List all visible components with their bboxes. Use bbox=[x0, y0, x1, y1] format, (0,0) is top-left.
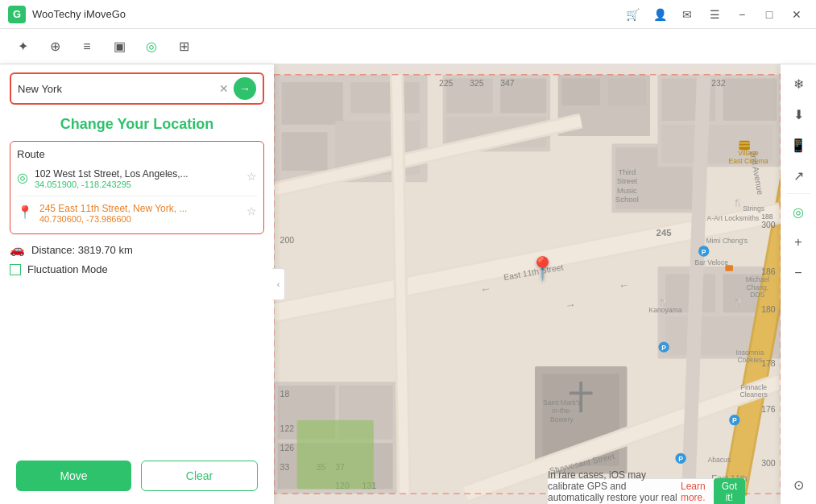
destination-icon: 📍 bbox=[17, 204, 33, 220]
map-area[interactable]: 200 18 122 126 33 35 37 225 325 347 232 … bbox=[274, 64, 781, 504]
zoom-out-btn[interactable]: − bbox=[784, 258, 813, 287]
svg-text:Bar Veloce: Bar Veloce bbox=[695, 258, 729, 266]
collapse-panel-button[interactable]: ‹ bbox=[272, 268, 285, 300]
svg-text:178: 178 bbox=[761, 359, 776, 368]
locate-btn[interactable]: ◎ bbox=[784, 197, 813, 226]
destination-address[interactable]: 245 East 11th Street, New York, ... bbox=[39, 203, 240, 214]
left-panel: ✕ → Change Your Location Route ◎ 102 Wes… bbox=[0, 64, 274, 504]
svg-text:A-Art Locksmiths: A-Art Locksmiths bbox=[707, 214, 760, 222]
svg-text:232: 232 bbox=[711, 79, 726, 88]
svg-rect-4 bbox=[282, 132, 328, 171]
toolbar-jump-btn[interactable]: ⊕ bbox=[40, 32, 69, 61]
svg-text:Third: Third bbox=[619, 167, 636, 176]
fluctuation-row: Fluctuation Mode bbox=[0, 260, 274, 283]
svg-text:122: 122 bbox=[280, 424, 295, 433]
svg-text:🍴: 🍴 bbox=[733, 198, 743, 208]
user-icon[interactable]: 👤 bbox=[648, 3, 671, 26]
close-button[interactable]: ✕ bbox=[785, 3, 808, 26]
toolbar-import-btn[interactable]: ▣ bbox=[105, 32, 134, 61]
map-canvas: 200 18 122 126 33 35 37 225 325 347 232 … bbox=[274, 64, 781, 504]
svg-text:Village: Village bbox=[738, 149, 759, 157]
mail-icon[interactable]: ✉ bbox=[676, 3, 698, 26]
settings-toggle-btn[interactable]: ⊙ bbox=[784, 470, 813, 499]
svg-rect-25 bbox=[723, 79, 777, 121]
distance-text: Distance: 3819.70 km bbox=[31, 244, 133, 256]
svg-text:School: School bbox=[615, 195, 639, 204]
svg-text:Michael: Michael bbox=[746, 275, 770, 283]
action-buttons: Move Clear bbox=[0, 452, 274, 504]
svg-text:P: P bbox=[678, 455, 683, 463]
svg-text:Pinnacle: Pinnacle bbox=[740, 383, 767, 391]
svg-text:300: 300 bbox=[761, 221, 776, 229]
bottom-bar: In rare cases, iOS may calibrate GPS and… bbox=[548, 478, 745, 504]
destination-coords: 40.730600, -73.986600 bbox=[39, 214, 240, 224]
origin-star-icon[interactable]: ☆ bbox=[246, 170, 257, 183]
svg-text:176: 176 bbox=[761, 405, 776, 414]
distance-icon: 🚗 bbox=[10, 242, 25, 257]
svg-text:Cookies: Cookies bbox=[737, 356, 762, 364]
svg-text:Mimi Cheng's: Mimi Cheng's bbox=[706, 237, 748, 245]
svg-rect-3 bbox=[350, 82, 420, 113]
route-divider bbox=[17, 196, 257, 196]
navigate-btn[interactable]: ↗ bbox=[784, 161, 813, 190]
got-it-button[interactable]: Got it! bbox=[714, 478, 745, 505]
svg-rect-11 bbox=[561, 79, 600, 105]
svg-text:East Cinema: East Cinema bbox=[728, 157, 768, 165]
window-controls: 🛒 👤 ✉ ☰ − □ ✕ bbox=[621, 3, 808, 26]
svg-text:Insomnia: Insomnia bbox=[736, 349, 764, 357]
svg-text:P: P bbox=[702, 248, 706, 256]
origin-coords: 34.051900, -118.243295 bbox=[35, 180, 240, 189]
search-go-button[interactable]: → bbox=[234, 77, 256, 100]
route-destination-item: 📍 245 East 11th Street, New York, ... 40… bbox=[17, 200, 257, 227]
menu-icon[interactable]: ☰ bbox=[703, 3, 726, 26]
clear-button[interactable]: Clear bbox=[141, 461, 258, 491]
destination-text: 245 East 11th Street, New York, ... 40.7… bbox=[39, 203, 240, 224]
learn-more-link[interactable]: Learn more. bbox=[681, 481, 706, 503]
right-tools: ❄ ⬇ 📱 ↗ ◎ + − ⊙ bbox=[781, 64, 816, 504]
fluctuation-checkbox[interactable] bbox=[10, 264, 21, 275]
svg-text:18: 18 bbox=[280, 390, 290, 399]
freeze-btn[interactable]: ❄ bbox=[784, 69, 813, 98]
distance-row: 🚗 Distance: 3819.70 km bbox=[0, 234, 274, 260]
svg-rect-12 bbox=[608, 79, 647, 105]
svg-text:→: → bbox=[564, 298, 577, 312]
device-btn[interactable]: 📱 bbox=[784, 130, 813, 159]
toolbar-grid-btn[interactable]: ⊞ bbox=[169, 32, 198, 61]
svg-text:P: P bbox=[732, 416, 737, 424]
app-logo: G bbox=[8, 6, 26, 23]
cart-icon[interactable]: 🛒 bbox=[621, 3, 644, 26]
bottom-bar-text: In rare cases, iOS may calibrate GPS and… bbox=[548, 469, 677, 505]
map-marker: 📍 bbox=[528, 255, 557, 282]
main-content: ✕ → Change Your Location Route ◎ 102 Wes… bbox=[0, 64, 816, 504]
download-btn[interactable]: ⬇ bbox=[784, 100, 813, 129]
search-clear-icon[interactable]: ✕ bbox=[219, 82, 229, 95]
origin-address[interactable]: 102 West 1st Street, Los Angeles,... bbox=[35, 168, 240, 180]
svg-text:225: 225 bbox=[439, 79, 454, 88]
svg-text:33: 33 bbox=[280, 463, 290, 472]
panel-title: Change Your Location bbox=[0, 111, 274, 141]
svg-text:🍴: 🍴 bbox=[733, 298, 743, 308]
minimize-button[interactable]: − bbox=[731, 3, 753, 26]
move-button[interactable]: Move bbox=[16, 461, 131, 491]
maximize-button[interactable]: □ bbox=[758, 3, 781, 26]
toolbar-move-btn[interactable]: ✦ bbox=[8, 32, 37, 61]
toolbar-route-btn[interactable]: ≡ bbox=[72, 32, 101, 61]
svg-text:Strings: Strings bbox=[743, 204, 764, 213]
svg-rect-96 bbox=[297, 420, 374, 490]
destination-star-icon[interactable]: ☆ bbox=[246, 204, 257, 217]
svg-text:300: 300 bbox=[761, 459, 776, 468]
app-title: WooTechy iMoveGo bbox=[32, 8, 621, 20]
svg-text:245: 245 bbox=[657, 228, 673, 238]
svg-text:🍴: 🍴 bbox=[658, 298, 668, 308]
svg-text:Abacus: Abacus bbox=[707, 456, 731, 464]
svg-text:←: ← bbox=[479, 282, 492, 295]
toolbar: ✦ ⊕ ≡ ▣ ◎ ⊞ bbox=[0, 29, 816, 64]
zoom-in-btn[interactable]: + bbox=[784, 228, 813, 257]
rt-divider bbox=[786, 193, 810, 194]
search-input[interactable] bbox=[18, 83, 214, 95]
toolbar-location-btn[interactable]: ◎ bbox=[137, 32, 166, 61]
route-section: Route ◎ 102 West 1st Street, Los Angeles… bbox=[10, 141, 264, 234]
titlebar: G WooTechy iMoveGo 🛒 👤 ✉ ☰ − □ ✕ bbox=[0, 0, 816, 29]
fluctuation-label: Fluctuation Mode bbox=[27, 263, 108, 275]
svg-rect-92 bbox=[725, 265, 733, 271]
